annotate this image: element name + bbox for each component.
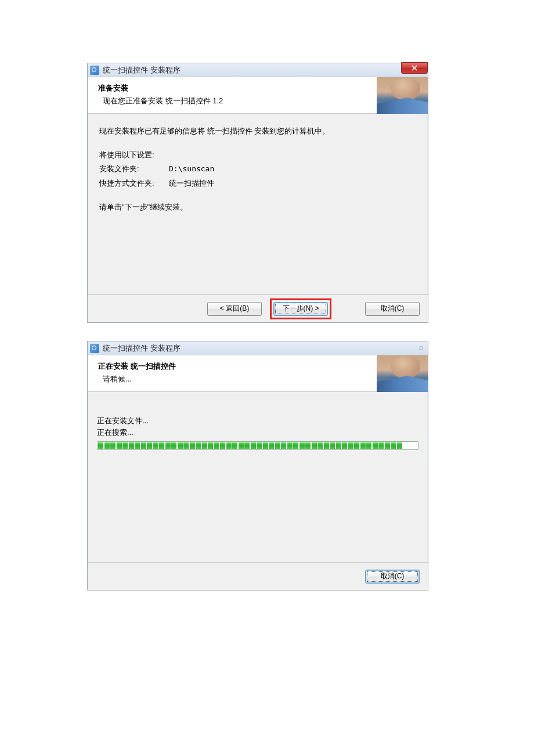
progress-segment [196, 442, 201, 449]
progress-segment [281, 442, 286, 449]
install-folder-label: 安装文件夹: [99, 162, 169, 177]
progress-segment [293, 442, 298, 449]
progress-segment [366, 442, 371, 449]
close-button[interactable] [401, 62, 428, 74]
header-banner-image [377, 355, 428, 392]
installer-window-progress: 统一扫描控件 安装程序 ⌂ 正在安装 统一扫描控件 请稍候... 正在安装文件.… [87, 341, 428, 591]
progress-segment [336, 442, 341, 449]
progress-panel: 正在安装文件... 正在搜索... [88, 392, 428, 450]
install-folder-value: D:\sunscan [169, 162, 214, 177]
progress-segment [397, 442, 402, 449]
progress-segment [98, 442, 103, 449]
progress-segment [317, 442, 323, 449]
progress-segment [171, 442, 176, 449]
progress-segment [117, 442, 122, 449]
progress-segment [354, 442, 359, 449]
content-panel: 现在安装程序已有足够的信息将 统一扫描控件 安装到您的计算机中。 将使用以下设置… [88, 114, 428, 225]
header-subtitle: 请稍候... [98, 374, 176, 384]
shortcut-folder-label: 快捷方式文件夹: [99, 177, 169, 191]
info-text: 现在安装程序已有足够的信息将 统一扫描控件 安装到您的计算机中。 [99, 124, 416, 139]
progress-segment [183, 442, 189, 449]
progress-segment [263, 442, 268, 449]
progress-bar [97, 441, 418, 450]
progress-segment [165, 442, 171, 449]
progress-segment [178, 442, 183, 449]
progress-segment [232, 442, 237, 449]
app-icon [90, 344, 99, 353]
progress-status-1: 正在安装文件... [97, 415, 418, 427]
progress-segment [214, 442, 219, 449]
progress-segment [135, 442, 140, 449]
settings-intro: 将使用以下设置: [99, 148, 416, 163]
cancel-button[interactable]: 取消(C) [365, 302, 420, 316]
window-title: 统一扫描控件 安装程序 [103, 343, 425, 354]
progress-segment [239, 442, 244, 449]
app-icon [90, 66, 99, 75]
button-bar: < 返回(B) 下一步(N) > 取消(C) [88, 294, 428, 322]
close-button[interactable]: ⌂ [419, 343, 423, 351]
progress-segment [122, 442, 128, 449]
progress-segment [129, 442, 134, 449]
progress-segment [269, 442, 274, 449]
progress-segment [300, 442, 305, 449]
progress-segment [312, 442, 317, 449]
progress-segment [287, 442, 293, 449]
progress-segment [330, 442, 335, 449]
progress-segment [378, 442, 384, 449]
button-bar: 取消(C) [88, 562, 428, 590]
window-title: 统一扫描控件 安装程序 [103, 65, 425, 75]
progress-segment [360, 442, 366, 449]
progress-segment [373, 442, 378, 449]
progress-segment [153, 442, 158, 449]
titlebar: 统一扫描控件 安装程序 ⌂ [88, 341, 428, 355]
progress-segment [220, 442, 225, 449]
progress-segment [251, 442, 256, 449]
header-title: 正在安装 统一扫描控件 [98, 361, 176, 372]
progress-segment [226, 442, 232, 449]
close-icon [412, 65, 417, 71]
progress-segment [324, 442, 329, 449]
progress-segment [208, 442, 213, 449]
progress-segment [305, 442, 311, 449]
header-banner-image [377, 77, 428, 114]
progress-segment [342, 442, 347, 449]
titlebar: 统一扫描控件 安装程序 [88, 63, 428, 77]
progress-segment [159, 442, 164, 449]
progress-status-2: 正在搜索... [97, 427, 418, 438]
progress-segment [244, 442, 250, 449]
header-title: 准备安装 [98, 83, 223, 93]
progress-segment [257, 442, 262, 449]
cancel-button[interactable]: 取消(C) [365, 570, 420, 584]
progress-segment [104, 442, 110, 449]
progress-segment [202, 442, 207, 449]
progress-segment [147, 442, 152, 449]
progress-segment [348, 442, 353, 449]
progress-segment [275, 442, 280, 449]
progress-segment [190, 442, 195, 449]
next-button[interactable]: 下一步(N) > [273, 302, 328, 316]
next-button-highlight: 下一步(N) > [270, 298, 331, 319]
shortcut-folder-value: 统一扫描控件 [169, 177, 214, 191]
header-panel: 准备安装 现在您正准备安装 统一扫描控件 1.2 [88, 77, 428, 114]
progress-segment [385, 442, 390, 449]
header-panel: 正在安装 统一扫描控件 请稍候... [88, 355, 428, 392]
progress-segment [110, 442, 116, 449]
header-subtitle: 现在您正准备安装 统一扫描控件 1.2 [98, 96, 223, 106]
continue-text: 请单击"下一步"继续安装。 [99, 200, 416, 215]
back-button[interactable]: < 返回(B) [207, 302, 262, 316]
progress-segment [141, 442, 146, 449]
progress-segment [391, 442, 396, 449]
installer-window-ready: 统一扫描控件 安装程序 准备安装 现在您正准备安装 统一扫描控件 1.2 现在安… [87, 63, 428, 323]
